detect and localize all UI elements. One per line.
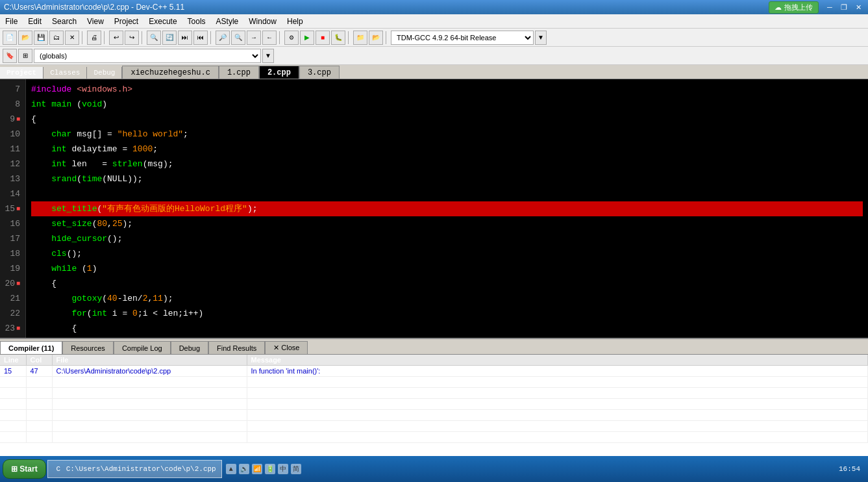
start-button[interactable]: ⊞ Start <box>3 459 46 479</box>
print-button[interactable]: 🖨 <box>87 31 101 45</box>
cell-file: C:\Users\ADMINI~1\AppData\Local\Temp\cc7… <box>52 388 247 399</box>
zoom-in-button[interactable]: 🔎 <box>216 31 230 45</box>
project-open-button[interactable]: 📂 <box>369 31 383 45</box>
stop-button[interactable]: ■ <box>316 31 330 45</box>
tab-resources[interactable]: Resources <box>62 341 114 354</box>
find-prev-button[interactable]: ⏮ <box>193 31 208 45</box>
tab-classes[interactable]: Classes <box>43 67 87 79</box>
menu-file[interactable]: File <box>0 14 23 28</box>
code-line-20: { <box>31 276 863 291</box>
open-button[interactable]: 📂 <box>18 31 32 45</box>
new-button[interactable]: 📄 <box>3 31 17 45</box>
tray-icon-1[interactable]: ▲ <box>226 464 236 474</box>
find-button[interactable]: 🔍 <box>147 31 161 45</box>
tray-icon-2[interactable]: 🔊 <box>239 464 249 474</box>
table-row[interactable]: C:\Users\ADMINI~1\AppData\Local\Temp\cc7… <box>0 410 868 421</box>
tab-file-3cpp[interactable]: 3.cpp <box>299 66 340 79</box>
sep5 <box>279 31 282 44</box>
title-text: C:\Users\Administrator\code\p\2.cpp - De… <box>4 3 184 12</box>
menu-edit[interactable]: Edit <box>23 14 47 28</box>
unindent-button[interactable]: ← <box>262 31 277 45</box>
menu-execute[interactable]: Execute <box>143 14 182 28</box>
menu-astyle[interactable]: AStyle <box>211 14 244 28</box>
compile-button[interactable]: ⚙ <box>284 31 299 45</box>
code-line-9: { <box>31 112 863 127</box>
table-row[interactable]: C:\Users\Administrator\code\p\2.cpp [War… <box>0 377 868 388</box>
code-line-16: set_size(80,25); <box>31 216 863 231</box>
code-editor[interactable]: 7 8 9 10 11 12 13 14 15 16 17 18 19 20 2… <box>0 79 868 338</box>
bottom-panel: Compiler (11) Resources Compile Log Debu… <box>0 338 868 468</box>
code-line-8: int main (void) <box>31 97 863 112</box>
line-num-19: 19 <box>3 261 23 276</box>
cell-col <box>26 399 52 410</box>
cell-line <box>0 421 26 432</box>
find-next-button[interactable]: ⏭ <box>178 31 192 45</box>
tray-icon-4[interactable]: 🔋 <box>265 464 275 474</box>
table-row[interactable]: C:\Users\ADMINI~1\AppData\Local\Temp\cc7… <box>0 399 868 410</box>
tab-file-1cpp[interactable]: 1.cpp <box>219 66 259 79</box>
indent-button[interactable]: → <box>247 31 261 45</box>
tab-find-results[interactable]: Find Results <box>208 341 265 354</box>
line-num-17: 17 <box>3 231 23 246</box>
restore-button[interactable]: ❐ <box>838 2 850 12</box>
compiler-dropdown[interactable]: TDM-GCC 4.9.2 64-bit Release <box>391 31 534 45</box>
close-button[interactable]: ✕ <box>852 2 864 12</box>
save-button[interactable]: 💾 <box>34 31 48 45</box>
tab-debug[interactable]: Debug <box>171 341 208 354</box>
table-row[interactable]: C:\Users\ADMINI~1\AppData\Local\Temp\cc7… <box>0 388 868 399</box>
bookmark-button[interactable]: 🔖 <box>3 49 17 63</box>
tray-icon-6[interactable]: 简 <box>291 464 301 474</box>
menu-search[interactable]: Search <box>47 14 82 28</box>
menu-project[interactable]: Project <box>109 14 143 28</box>
undo-button[interactable]: ↩ <box>109 31 123 45</box>
tab-file-2cpp[interactable]: 2.cpp <box>259 66 299 79</box>
cell-line <box>0 388 26 399</box>
line-num-9: 9 <box>3 112 23 127</box>
compiler-options-button[interactable]: ▼ <box>535 31 547 45</box>
code-line-11: int delaytime = 1000; <box>31 142 863 157</box>
tab-debug[interactable]: Debug <box>87 67 122 79</box>
close-file-button[interactable]: ✕ <box>65 31 79 45</box>
table-row[interactable]: 15 47 C:\Users\Administrator\code\p\2.cp… <box>0 366 868 377</box>
menu-view[interactable]: View <box>82 14 109 28</box>
table-row[interactable]: C:\Users\ADMINI~1\AppData\Local\Temp\cc7… <box>0 421 868 432</box>
cell-col <box>26 432 52 443</box>
cloud-icon: ☁ <box>775 3 782 12</box>
menu-window[interactable]: Window <box>243 14 282 28</box>
table-row[interactable]: C:\Users\ADMINI~1\AppData\Local\Temp\cc7… <box>0 432 868 443</box>
tab-file-xiechuzehegeshu[interactable]: xiechuzehegeshu.c <box>122 66 218 79</box>
redo-button[interactable]: ↪ <box>125 31 139 45</box>
run-button[interactable]: ▶ <box>300 31 314 45</box>
tab-compile-log[interactable]: Compile Log <box>114 341 171 354</box>
cell-file: C:\Users\ADMINI~1\AppData\Local\Temp\cc7… <box>52 421 247 432</box>
globals-dropdown[interactable]: (globals) <box>34 49 261 63</box>
tray-icon-5[interactable]: 中 <box>278 464 288 474</box>
globals-dropdown-btn[interactable]: ▼ <box>262 49 274 63</box>
save-all-button[interactable]: 🗂 <box>49 31 64 45</box>
code-line-15: set_title("有声有色动画版的HelloWorld程序"); <box>31 201 863 216</box>
sep1 <box>82 31 84 44</box>
cell-line: 15 <box>0 366 26 377</box>
bottom-tabs: Compiler (11) Resources Compile Log Debu… <box>0 339 868 355</box>
replace-button[interactable]: 🔄 <box>162 31 177 45</box>
tab-close[interactable]: ✕ Close <box>265 341 308 354</box>
code-line-23: { <box>31 321 863 336</box>
tab-compiler[interactable]: Compiler (11) <box>0 341 62 354</box>
cell-file: C:\Users\ADMINI~1\AppData\Local\Temp\cc7… <box>52 399 247 410</box>
project-new-button[interactable]: 📁 <box>353 31 367 45</box>
debug-button[interactable]: 🐛 <box>331 31 345 45</box>
menu-help[interactable]: Help <box>282 14 308 28</box>
zoom-out-button[interactable]: 🔍 <box>231 31 245 45</box>
taskbar-devcpp[interactable]: C C:\Users\Administrator\code\p\2.cpp <box>47 460 222 478</box>
line-num-11: 11 <box>3 142 23 157</box>
editor-panel: 7 8 9 10 11 12 13 14 15 16 17 18 19 20 2… <box>0 79 868 338</box>
tray-icon-3[interactable]: 📶 <box>252 464 262 474</box>
col-file: File <box>52 355 247 366</box>
tab-project[interactable]: Project <box>0 67 43 79</box>
toolbar2: 🔖 ⊞ (globals) ▼ <box>0 47 868 65</box>
toggle-panel-button[interactable]: ⊞ <box>18 49 32 63</box>
menu-tools[interactable]: Tools <box>182 14 211 28</box>
cloud-upload-button[interactable]: ☁ 拖拽上传 <box>769 1 819 14</box>
clock: 16:54 <box>834 465 865 473</box>
minimize-button[interactable]: ─ <box>824 2 836 12</box>
